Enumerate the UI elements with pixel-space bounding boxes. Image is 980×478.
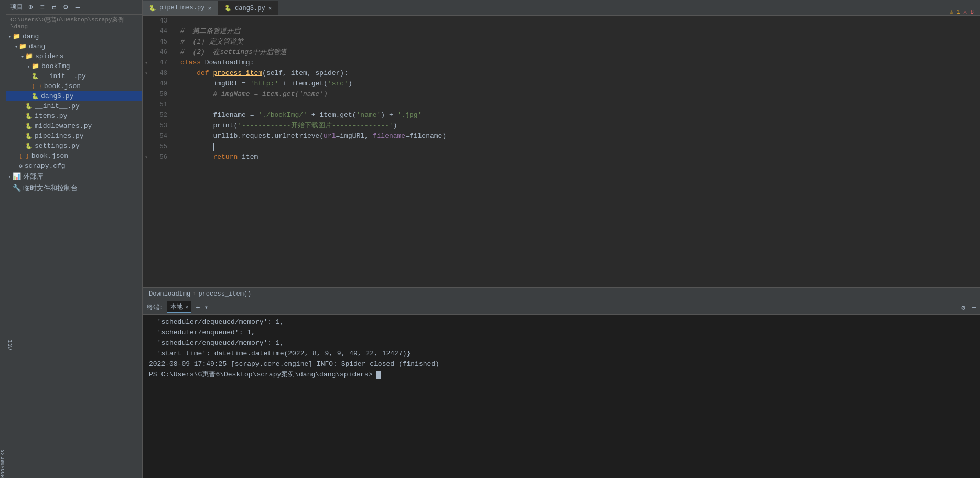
sidebar-item-book-json-spiders[interactable]: ▸ { } book.json — [6, 81, 142, 91]
fold-line — [143, 110, 150, 121]
sidebar-item-label: bookImg — [41, 62, 70, 70]
sidebar-item-dangs[interactable]: ▸ 🐍 dangS.py — [6, 91, 142, 101]
terminal-dropdown-icon[interactable]: ▾ — [204, 303, 208, 311]
method-span: get( — [311, 79, 328, 89]
sidebar-item-label: items.py — [35, 112, 67, 120]
tab-label: pipelines.py — [159, 4, 204, 12]
indent-span — [180, 68, 197, 79]
sidebar-item-label: 临时文件和控制台 — [23, 183, 78, 193]
comma-span: , — [364, 131, 373, 142]
indent-span — [180, 110, 213, 121]
toolbar-icon-add[interactable]: ⊕ — [26, 2, 35, 13]
code-line-45: # (1) 定义管道类 — [180, 37, 974, 47]
terminal-minimize-icon[interactable]: — — [972, 303, 976, 311]
sidebar-item-temp-files[interactable]: ▸ 🔧 临时文件和控制台 — [6, 182, 142, 194]
str-span: 'http:' — [250, 79, 279, 89]
sidebar-item-label: dangS.py — [41, 92, 73, 100]
breadcrumb-method: process_item() — [198, 290, 251, 298]
eq2: = — [405, 131, 410, 142]
fold-gutter: ▾ ▾ ▾ — [143, 16, 150, 287]
sidebar-item-pipelines[interactable]: ▸ 🐍 pipelines.py — [6, 131, 142, 141]
fold-line: ▾ — [143, 58, 150, 68]
toolbar-icon-settings[interactable]: ⚙ — [61, 2, 70, 13]
editor-warnings: ⚠ 1 △ 8 — [950, 8, 980, 15]
sidebar-item-dang[interactable]: ▾ 📁 dang — [6, 41, 142, 51]
sidebar-item-external-libs[interactable]: ▸ 📊 外部库 — [6, 171, 142, 182]
sidebar-item-label: pipelines.py — [35, 132, 84, 140]
close-paren-span: ): — [340, 68, 348, 79]
sidebar: 项目 ⊕ ≡ ⇄ ⚙ — C:\Users\G惠普6\Desktop\scrap… — [6, 0, 143, 478]
terminal-content[interactable]: 'scheduler/dequeued/memory': 1, 'schedul… — [143, 315, 980, 478]
eq1: = — [336, 131, 340, 142]
str-span: './bookImg/' — [258, 110, 307, 121]
folder-icon: 📁 — [31, 62, 39, 70]
sidebar-item-scrapy-cfg[interactable]: ▸ ⚙ scrapy.cfg — [6, 161, 142, 171]
terminal-tab-local[interactable]: 本地 ✕ — [167, 301, 191, 313]
py-file-icon: 🐍 — [25, 123, 33, 129]
tab-dangs[interactable]: 🐍 dangS.py ✕ — [218, 1, 278, 15]
line-num-45: 45 — [150, 37, 171, 47]
editor-area: ▾ ▾ ▾ 43 44 45 46 47 — [143, 16, 980, 287]
arrow-icon: ▾ — [8, 34, 12, 40]
sidebar-item-label: spiders — [35, 52, 64, 60]
code-line-53: print('------------开始下载图片--------------'… — [180, 121, 974, 131]
kwarg2: filename — [373, 131, 405, 142]
sidebar-item-spiders[interactable]: ▾ 📁 spiders — [6, 51, 142, 61]
sidebar-item-book-json[interactable]: ▸ { } book.json — [6, 151, 142, 161]
terminal-add-button[interactable]: + — [196, 303, 200, 312]
bookmarks-label: Bookmarks — [0, 446, 6, 478]
code-line-56: return item — [180, 152, 974, 162]
sidebar-item-label: middlewares.py — [35, 122, 92, 130]
tab-close-icon[interactable]: ✕ — [268, 5, 272, 12]
arrow-icon: ▸ — [27, 63, 30, 70]
terminal-settings-icon[interactable]: ⚙ — [961, 303, 965, 312]
sidebar-item-label: settings.py — [35, 142, 80, 150]
toolbar-icon-swap[interactable]: ⇄ — [50, 2, 58, 13]
keyword-span: return — [213, 152, 242, 162]
error-count: △ 8 — [963, 8, 974, 15]
fold-line — [143, 79, 150, 89]
sidebar-item-settings[interactable]: ▸ 🐍 settings.py — [6, 141, 142, 151]
cfg-file-icon: ⚙ — [19, 162, 23, 169]
tab-close-icon[interactable]: ✕ — [208, 5, 211, 12]
fold-line — [143, 100, 150, 110]
dot-span: . — [307, 79, 311, 89]
folder-icon: 📁 — [13, 32, 20, 40]
toolbar-icon-collapse[interactable]: — — [73, 2, 82, 13]
tab-pipelines[interactable]: 🐍 pipelines.py ✕ — [143, 1, 218, 15]
json-file-icon: { } — [19, 153, 29, 159]
module2: request — [242, 131, 271, 142]
line-num-52: 52 — [150, 110, 171, 121]
indent-span — [180, 79, 213, 89]
sidebar-item-dang-root[interactable]: ▾ 📁 dang — [6, 31, 142, 41]
py-file-icon: 🐍 — [25, 103, 33, 110]
fold-line — [143, 26, 150, 37]
comment-span: # (2) 在settings中开启管道 — [180, 47, 287, 58]
sidebar-item-label: 外部库 — [23, 172, 44, 181]
line-numbers: 43 44 45 46 47 48 49 50 51 52 53 54 55 5… — [150, 16, 176, 287]
right-panel: 🐍 pipelines.py ✕ 🐍 dangS.py ✕ ⚠ 1 △ 8 — [143, 0, 980, 478]
fn-span: urlretrieve( — [274, 131, 324, 142]
sidebar-item-init[interactable]: ▸ 🐍 __init__.py — [6, 101, 142, 111]
toolbar-icon-list[interactable]: ≡ — [38, 2, 46, 13]
arrow-icon: ▸ — [8, 173, 12, 180]
sidebar-item-items[interactable]: ▸ 🐍 items.py — [6, 111, 142, 121]
close-p: ) — [442, 131, 446, 142]
fold-line — [143, 16, 150, 26]
code-line-48: def process_item(self, item, spider): — [180, 68, 974, 79]
val1: imgURl — [340, 131, 364, 142]
warning-count: ⚠ 1 — [950, 8, 960, 15]
sidebar-item-label: __init__.py — [35, 102, 80, 110]
code-editor[interactable]: # 第二条管道开启 # (1) 定义管道类 # (2) 在settings中开启… — [176, 16, 974, 287]
sidebar-item-init-spiders[interactable]: ▸ 🐍 __init__.py — [6, 71, 142, 81]
terminal-line-2: 'scheduler/enqueued': 1, — [149, 328, 974, 338]
line-num-44: 44 — [150, 26, 171, 37]
sidebar-item-label: dang — [23, 32, 39, 40]
sidebar-item-bookimg[interactable]: ▸ 📁 bookImg — [6, 61, 142, 71]
str3-span: '.jpg' — [397, 110, 422, 121]
indent-span — [180, 121, 213, 131]
terminal-tab-close[interactable]: ✕ — [185, 304, 188, 310]
indent-span — [180, 89, 213, 100]
line-num-53: 53 — [150, 121, 171, 131]
sidebar-item-middlewares[interactable]: ▸ 🐍 middlewares.py — [6, 121, 142, 131]
